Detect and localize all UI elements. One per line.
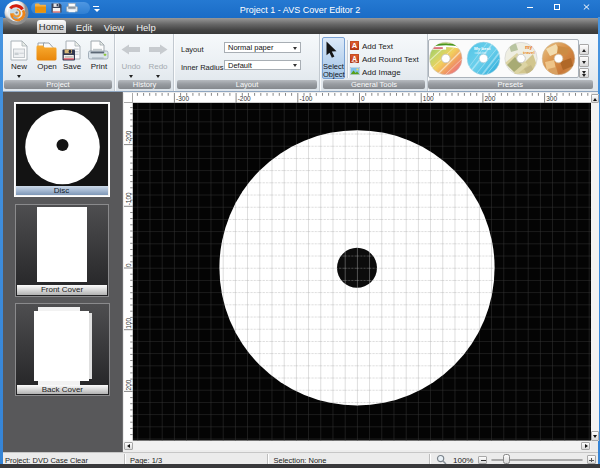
svg-text:0: 0 (361, 95, 365, 102)
svg-text:200: 200 (484, 95, 495, 102)
svg-text:-200: -200 (237, 95, 250, 102)
svg-text:300: 300 (546, 95, 557, 102)
svg-text:A: A (352, 41, 358, 50)
svg-text:0: 0 (124, 263, 131, 267)
svg-text:travel: travel (523, 49, 535, 54)
svg-text:-200: -200 (124, 130, 131, 143)
svg-text:100: 100 (422, 95, 433, 102)
svg-text:A: A (352, 54, 357, 61)
svg-text:200: 200 (124, 379, 131, 390)
svg-text:-100: -100 (124, 192, 131, 205)
svg-text:-100: -100 (299, 95, 312, 102)
svg-text:-300: -300 (176, 95, 189, 102)
svg-text:100: 100 (124, 317, 131, 328)
